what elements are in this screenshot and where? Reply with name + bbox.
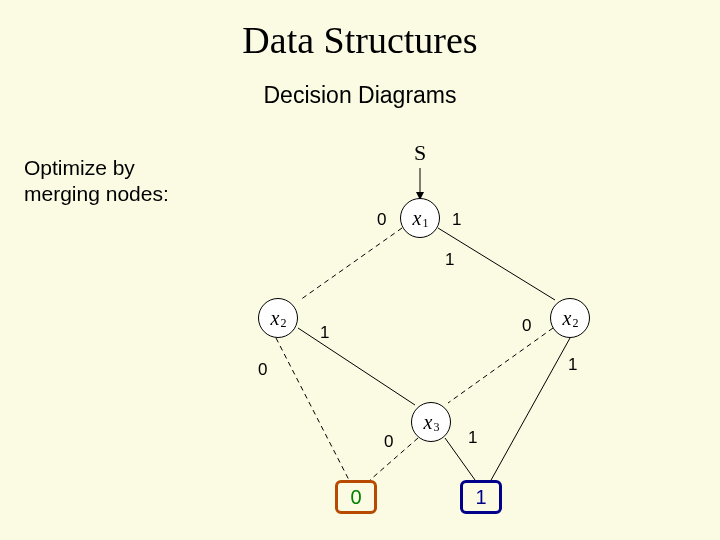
slide-title: Data Structures: [0, 18, 720, 62]
diagram-edges: [0, 0, 720, 540]
node-x2r-var: x: [563, 307, 572, 330]
slide-subtitle: Decision Diagrams: [0, 82, 720, 109]
node-x2l-var: x: [271, 307, 280, 330]
svg-line-6: [448, 328, 553, 403]
node-x3: x3: [411, 402, 451, 442]
leaf-zero: 0: [335, 480, 377, 514]
node-x2r-sub: 2: [572, 316, 578, 331]
svg-line-8: [370, 438, 418, 480]
node-x1-sub: 1: [422, 216, 428, 231]
edge-x1-right2: 1: [445, 250, 454, 270]
edge-x2r-down: 1: [568, 355, 577, 375]
leaf-one: 1: [460, 480, 502, 514]
edge-x2l-down: 0: [258, 360, 267, 380]
node-x1-var: x: [413, 207, 422, 230]
svg-line-3: [438, 228, 555, 300]
node-x3-var: x: [424, 411, 433, 434]
svg-line-2: [300, 228, 402, 300]
node-x1: x1: [400, 198, 440, 238]
edge-x3-right: 1: [468, 428, 477, 448]
side-note: Optimize by merging nodes:: [24, 155, 169, 208]
edge-x1-left: 0: [377, 210, 386, 230]
node-x2-left: x2: [258, 298, 298, 338]
edge-x2l-right: 1: [320, 323, 329, 343]
node-x2l-sub: 2: [280, 316, 286, 331]
node-x3-sub: 3: [433, 420, 439, 435]
edge-x1-right: 1: [452, 210, 461, 230]
node-x2-right: x2: [550, 298, 590, 338]
svg-line-7: [490, 338, 570, 482]
edge-x2r-left: 0: [522, 316, 531, 336]
svg-line-5: [276, 338, 350, 482]
svg-line-4: [298, 328, 415, 405]
root-label: S: [414, 140, 426, 166]
edge-x3-left: 0: [384, 432, 393, 452]
side-note-line2: merging nodes:: [24, 182, 169, 205]
side-note-line1: Optimize by: [24, 156, 135, 179]
